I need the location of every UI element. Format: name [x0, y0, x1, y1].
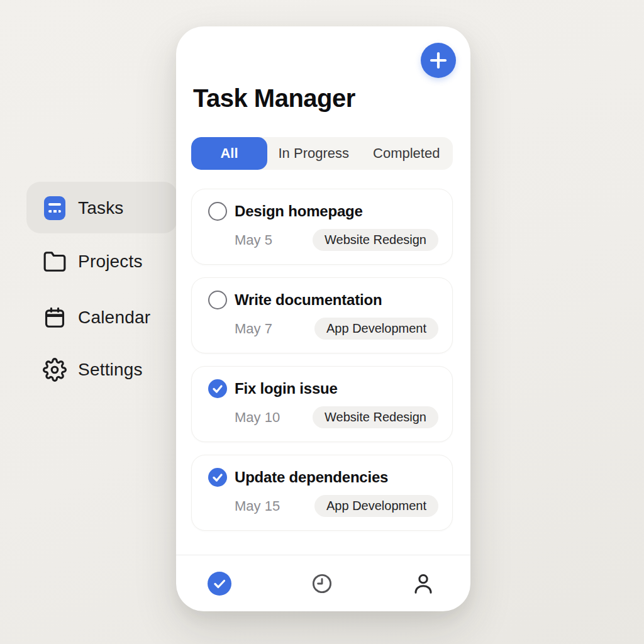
task-checkbox-unchecked[interactable] [208, 291, 227, 309]
task-checkbox-unchecked[interactable] [208, 202, 227, 221]
nav-tasks-button[interactable] [202, 555, 237, 612]
tab-completed[interactable]: Completed [360, 137, 453, 170]
task-project-tag: Website Redesign [313, 406, 438, 428]
page: Tasks Projects Calendar [0, 0, 644, 644]
task-project-tag: App Development [314, 495, 438, 517]
sidebar-item-projects[interactable]: Projects [43, 244, 143, 279]
task-date: May 15 [235, 498, 280, 514]
filter-tabs: All In Progress Completed [191, 137, 453, 170]
task-date: May 5 [235, 232, 272, 248]
page-title: Task Manager [193, 84, 355, 113]
plus-icon [421, 43, 456, 78]
folder-icon [43, 250, 67, 274]
task-date: May 10 [235, 409, 280, 426]
nav-recent-button[interactable] [304, 555, 340, 612]
tab-in-progress[interactable]: In Progress [267, 137, 360, 170]
calendar-icon [43, 306, 67, 330]
task-card[interactable]: Write documentation May 7 App Developmen… [191, 277, 453, 353]
clock-icon [310, 572, 334, 596]
sidebar-item-label: Settings [78, 360, 143, 380]
tab-all[interactable]: All [191, 137, 267, 170]
task-project-tag: App Development [314, 318, 438, 340]
sidebar-item-tasks[interactable]: Tasks [43, 191, 124, 226]
task-date: May 7 [235, 321, 272, 337]
bottom-nav [176, 555, 470, 611]
task-project-tag: Website Redesign [313, 229, 438, 251]
task-title: Write documentation [235, 291, 382, 309]
sidebar-item-label: Calendar [78, 308, 150, 328]
check-circle-icon [208, 572, 231, 596]
task-card[interactable]: Design homepage May 5 Website Redesign [191, 189, 453, 265]
task-checkbox-checked[interactable] [208, 468, 227, 487]
gear-icon [43, 358, 67, 382]
tasks-icon [43, 196, 67, 220]
sidebar-item-calendar[interactable]: Calendar [43, 300, 150, 335]
sidebar-item-label: Projects [78, 252, 143, 272]
nav-profile-button[interactable] [406, 555, 441, 612]
task-list: Design homepage May 5 Website Redesign W… [191, 189, 453, 531]
task-title: Design homepage [235, 203, 363, 220]
task-title: Fix login issue [235, 380, 338, 397]
sidebar-item-settings[interactable]: Settings [43, 352, 143, 387]
task-checkbox-checked[interactable] [208, 379, 227, 398]
check-icon [208, 379, 227, 398]
task-card[interactable]: Update dependencies May 15 App Developme… [191, 455, 453, 531]
sidebar-item-label: Tasks [78, 198, 124, 218]
check-icon [208, 468, 227, 487]
add-task-button[interactable] [421, 43, 456, 78]
task-title: Update dependencies [235, 469, 388, 486]
person-icon [411, 571, 436, 596]
task-manager-app-card: Task Manager All In Progress Completed D… [176, 26, 470, 611]
task-card[interactable]: Fix login issue May 10 Website Redesign [191, 366, 453, 442]
